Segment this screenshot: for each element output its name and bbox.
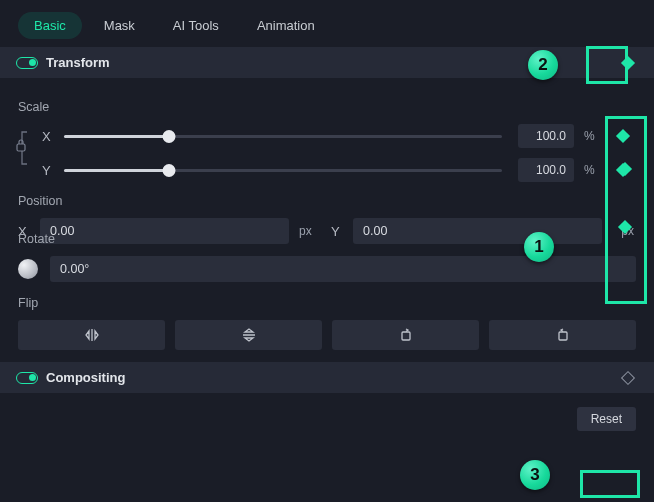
rotate-cw-icon	[398, 327, 414, 343]
transform-toggle[interactable]	[16, 57, 38, 69]
flip-horizontal-icon	[84, 327, 100, 343]
flip-label: Flip	[18, 296, 636, 310]
position-label: Position	[18, 194, 636, 208]
callout-3: 3	[520, 460, 550, 490]
property-tabs: Basic Mask AI Tools Animation	[0, 0, 654, 47]
scale-x-label: X	[42, 129, 54, 144]
transform-keyframe-icon[interactable]	[621, 55, 635, 69]
scale-y-unit: %	[584, 163, 600, 177]
highlight-box-3	[580, 470, 640, 498]
scale-x-unit: %	[584, 129, 600, 143]
rotate-cw-button[interactable]	[332, 320, 479, 350]
position-y-label: Y	[331, 224, 343, 239]
tab-basic[interactable]: Basic	[18, 12, 82, 39]
transform-body: Scale X % Y % Position X	[0, 78, 654, 350]
rotate-keyframe-icon[interactable]	[618, 220, 632, 234]
position-x-unit: px	[299, 224, 321, 238]
scale-y-slider[interactable]	[64, 161, 508, 179]
flip-vertical-icon	[241, 327, 257, 343]
compositing-keyframe-icon[interactable]	[621, 370, 635, 384]
compositing-section-header: Compositing	[0, 362, 654, 393]
transform-section-header: Transform	[0, 47, 654, 78]
position-y-input[interactable]	[353, 218, 602, 244]
svg-rect-0	[17, 144, 25, 151]
rotate-ccw-button[interactable]	[489, 320, 636, 350]
scale-label: Scale	[18, 100, 636, 114]
rotate-input[interactable]	[50, 256, 636, 282]
scale-y-input[interactable]	[518, 158, 574, 182]
tab-ai-tools[interactable]: AI Tools	[157, 12, 235, 39]
rotate-ccw-icon	[555, 327, 571, 343]
position-keyframe-icon[interactable]	[618, 162, 632, 176]
svg-rect-1	[402, 332, 410, 340]
reset-button[interactable]: Reset	[577, 407, 636, 431]
scale-y-label: Y	[42, 163, 54, 178]
svg-rect-2	[559, 332, 567, 340]
tab-animation[interactable]: Animation	[241, 12, 331, 39]
position-x-input[interactable]	[40, 218, 289, 244]
lock-icon[interactable]	[16, 128, 30, 168]
compositing-title: Compositing	[46, 370, 125, 385]
scale-x-input[interactable]	[518, 124, 574, 148]
scale-x-slider[interactable]	[64, 127, 508, 145]
flip-vertical-button[interactable]	[175, 320, 322, 350]
rotate-dial[interactable]	[18, 259, 38, 279]
compositing-toggle[interactable]	[16, 372, 38, 384]
tab-mask[interactable]: Mask	[88, 12, 151, 39]
flip-horizontal-button[interactable]	[18, 320, 165, 350]
scale-x-keyframe-icon[interactable]	[616, 129, 630, 143]
transform-title: Transform	[46, 55, 110, 70]
